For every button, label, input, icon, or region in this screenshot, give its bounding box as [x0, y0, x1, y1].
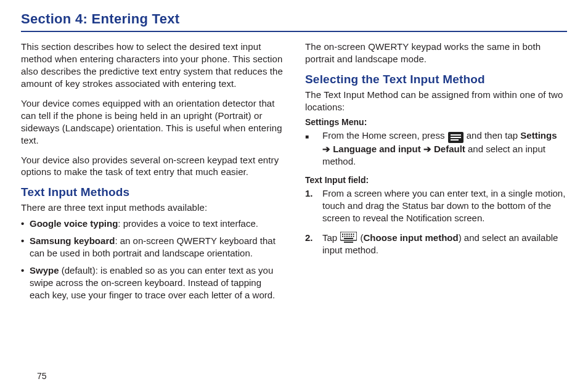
- bullet-samsung-keyboard: • Samsung keyboard: an on-screen QWERTY …: [21, 235, 283, 259]
- bullet-bold: Swype: [30, 265, 59, 276]
- right-column: The on-screen QWERTY keypad works the sa…: [305, 41, 567, 306]
- svg-rect-5: [345, 234, 346, 235]
- text-segment: and then tap: [464, 130, 521, 141]
- svg-rect-9: [353, 234, 354, 235]
- bullet-bold: Samsung keyboard: [30, 235, 115, 246]
- arrow-icon: ➔: [421, 144, 434, 154]
- bullet-google-voice: • Google voice typing: provides a voice …: [21, 218, 283, 230]
- bullet-rest: : provides a voice to text interface.: [118, 218, 258, 229]
- svg-rect-7: [349, 234, 350, 235]
- steps-list: 1. From a screen where you can enter tex…: [305, 187, 567, 256]
- section-title: Section 4: Entering Text: [21, 11, 567, 27]
- left-column: This section describes how to select the…: [21, 41, 283, 306]
- bullet-dot: •: [21, 235, 30, 259]
- page-number: 75: [37, 371, 47, 381]
- square-bullet-icon: ■: [305, 129, 322, 168]
- bullet-swype: • Swype (default): is enabled so as you …: [21, 264, 283, 301]
- intro-paragraph-3: Your device also provides several on-scr…: [21, 154, 283, 179]
- svg-rect-0: [451, 134, 461, 136]
- svg-rect-10: [342, 236, 343, 237]
- step-number: 1.: [305, 187, 322, 224]
- page-root: Section 4: Entering Text This section de…: [0, 0, 588, 306]
- svg-rect-13: [349, 236, 350, 237]
- settings-square-list: ■ From the Home screen, press and then t…: [305, 129, 567, 168]
- svg-rect-8: [351, 234, 352, 235]
- bullet-content: Samsung keyboard: an on-screen QWERTY ke…: [30, 235, 283, 259]
- menu-key-icon: [448, 132, 463, 143]
- keyboard-icon: [340, 232, 357, 243]
- svg-rect-12: [346, 236, 348, 237]
- step-number: 2.: [305, 232, 322, 256]
- svg-rect-17: [344, 242, 353, 243]
- svg-rect-15: [353, 236, 354, 237]
- heading-text-input-methods: Text Input Methods: [21, 186, 283, 199]
- two-column-layout: This section describes how to select the…: [21, 41, 567, 306]
- bullet-dot: •: [21, 264, 30, 301]
- svg-rect-2: [451, 139, 459, 141]
- divider-rule: [21, 31, 567, 32]
- bullet-content: Swype (default): is enabled so as you ca…: [30, 264, 283, 301]
- text-segment: From the Home screen, press: [322, 130, 447, 141]
- step-2: 2. Tap (Choose input method) and select …: [305, 232, 567, 256]
- heading-selecting-method: Selecting the Text Input Method: [305, 73, 567, 86]
- qwerty-note: The on-screen QWERTY keypad works the sa…: [305, 41, 567, 65]
- svg-rect-16: [344, 238, 353, 239]
- svg-rect-6: [346, 234, 348, 235]
- bullet-content: Google voice typing: provides a voice to…: [30, 218, 283, 230]
- arrow-icon: ➔: [322, 144, 333, 154]
- selecting-intro: The Text Input Method can be assigned fr…: [305, 89, 567, 113]
- svg-rect-4: [342, 234, 343, 235]
- text-segment: Tap: [322, 232, 340, 243]
- bold-language: Language and input: [333, 144, 421, 154]
- intro-paragraph-2: Your device comes equipped with an orien…: [21, 97, 283, 147]
- bold-default: Default: [434, 144, 465, 154]
- bold-settings: Settings: [520, 130, 557, 141]
- step-1: 1. From a screen where you can enter tex…: [305, 187, 567, 224]
- settings-menu-label: Settings Menu:: [305, 117, 567, 127]
- bullet-rest: (default): is enabled so as you can ente…: [30, 265, 275, 300]
- bullet-bold: Google voice typing: [30, 218, 118, 229]
- settings-path-item: ■ From the Home screen, press and then t…: [305, 129, 567, 168]
- methods-intro: There are three text input methods avail…: [21, 202, 283, 214]
- text-input-field-label: Text Input field:: [305, 175, 567, 185]
- settings-path-content: From the Home screen, press and then tap…: [322, 129, 567, 168]
- text-segment: (: [357, 232, 363, 243]
- methods-bullet-list: • Google voice typing: provides a voice …: [21, 218, 283, 301]
- intro-paragraph-1: This section describes how to select the…: [21, 41, 283, 90]
- step-content: From a screen where you can enter text, …: [322, 187, 567, 224]
- bullet-dot: •: [21, 218, 30, 230]
- bold-choose-input: Choose input method: [364, 232, 459, 243]
- step-content: Tap (Choose input method) and select an …: [322, 232, 567, 256]
- svg-rect-14: [351, 236, 352, 237]
- svg-rect-11: [345, 236, 346, 237]
- svg-rect-1: [451, 137, 461, 138]
